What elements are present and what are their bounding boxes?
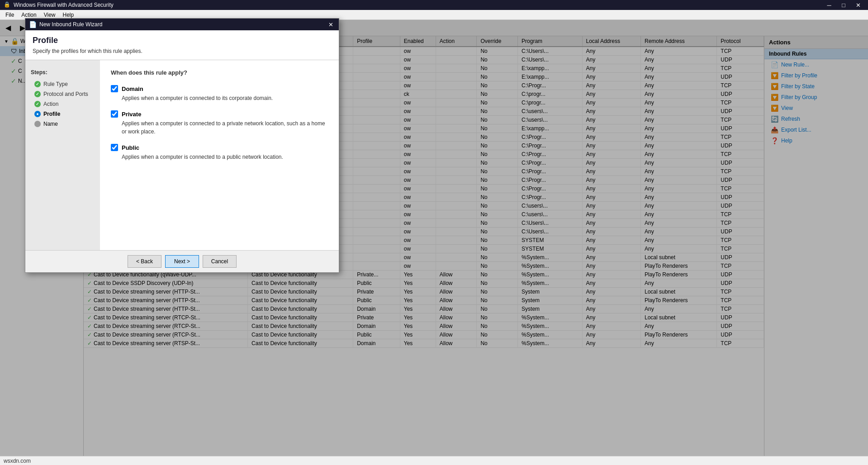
wizard-dialog: 📄 New Inbound Rule Wizard ✕ Profile Spec… — [25, 18, 339, 273]
maximize-button[interactable]: □ — [837, 0, 850, 10]
app-icon: 🔒 — [4, 1, 11, 9]
profile-option-public: Public Applies when a computer is connec… — [111, 144, 328, 161]
step-name: Name — [25, 119, 100, 129]
step-label-action: Action — [43, 101, 58, 107]
step-rule-type: ✓ Rule Type — [25, 79, 100, 89]
step-label-profile: Profile — [43, 111, 60, 117]
steps-label: Steps: — [25, 67, 100, 77]
private-label: Private — [122, 111, 141, 118]
wizard-page-subtitle: Specify the profiles for which this rule… — [33, 48, 332, 54]
wizard-title-bar: 📄 New Inbound Rule Wizard ✕ — [25, 19, 339, 30]
profile-option-private: Private Applies when a computer is conne… — [111, 110, 328, 136]
public-checkbox[interactable] — [111, 144, 118, 151]
step-profile: ● Profile — [25, 109, 100, 119]
wizard-question: When does this rule apply? — [111, 69, 328, 76]
private-description: Applies when a computer is connected to … — [111, 119, 328, 136]
wizard-body: Steps: ✓ Rule Type ✓ Protocol and Ports … — [25, 60, 339, 250]
step-action: ✓ Action — [25, 99, 100, 109]
wizard-title: New Inbound Rule Wizard — [39, 21, 102, 28]
wizard-icon: 📄 — [29, 21, 37, 28]
wizard-page-title: Profile — [33, 36, 332, 45]
profile-option-domain: Domain Applies when a computer is connec… — [111, 85, 328, 102]
wizard-header: Profile Specify the profiles for which t… — [25, 30, 339, 60]
step-bullet-profile: ● — [34, 111, 41, 117]
wizard-footer: < Back Next > Cancel — [25, 250, 339, 272]
public-label: Public — [122, 144, 139, 151]
public-description: Applies when a computer is connected to … — [111, 153, 328, 161]
window-controls: ─ □ ✕ — [823, 0, 864, 10]
step-bullet-name — [34, 121, 41, 127]
status-bar: wsxdn.com — [0, 456, 868, 465]
step-label-protocol: Protocol and Ports — [43, 91, 88, 97]
steps-panel: Steps: ✓ Rule Type ✓ Protocol and Ports … — [25, 60, 100, 250]
domain-label: Domain — [122, 85, 143, 92]
back-button[interactable]: < Back — [128, 255, 161, 268]
private-header: Private — [111, 110, 328, 118]
private-checkbox[interactable] — [111, 110, 118, 118]
close-button[interactable]: ✕ — [852, 0, 864, 10]
step-bullet-rule-type: ✓ — [34, 81, 41, 87]
wizard-close-button[interactable]: ✕ — [326, 20, 335, 29]
title-bar: 🔒 Windows Firewall with Advanced Securit… — [0, 0, 868, 10]
step-label-name: Name — [43, 121, 58, 127]
step-bullet-action: ✓ — [34, 101, 41, 107]
minimize-button[interactable]: ─ — [823, 0, 835, 10]
next-button[interactable]: Next > — [165, 255, 199, 268]
domain-checkbox[interactable] — [111, 85, 118, 92]
step-protocol-ports: ✓ Protocol and Ports — [25, 89, 100, 99]
status-text: wsxdn.com — [4, 458, 31, 464]
public-header: Public — [111, 144, 328, 151]
app-title: Windows Firewall with Advanced Security — [14, 2, 823, 8]
menu-view[interactable]: View — [40, 11, 59, 19]
wizard-content: When does this rule apply? Domain Applie… — [100, 60, 339, 250]
cancel-button[interactable]: Cancel — [203, 255, 237, 268]
menu-action[interactable]: Action — [18, 11, 40, 19]
domain-description: Applies when a computer is connected to … — [111, 94, 328, 102]
domain-header: Domain — [111, 85, 328, 92]
menu-help[interactable]: Help — [59, 11, 78, 19]
menu-file[interactable]: File — [2, 11, 18, 19]
step-label-rule-type: Rule Type — [43, 81, 68, 87]
step-bullet-protocol: ✓ — [34, 91, 41, 97]
